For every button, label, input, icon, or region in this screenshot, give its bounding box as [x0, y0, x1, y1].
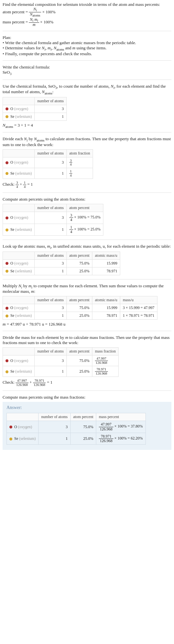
mass-fractions: Divide the mass for each element by m to… — [3, 335, 171, 387]
dot-icon — [6, 115, 8, 118]
table-row: Se (selenium) 1 25.0% 78.971126.968 × 10… — [7, 433, 146, 444]
table-row: Se (selenium) 1 25.0% 78.971 1 × 78.971 … — [3, 312, 157, 320]
table-row: Se (selenium) 1 25.0% 78.971126.968 — [3, 366, 119, 377]
answer-section: Compute mass percents using the mass fra… — [3, 395, 171, 450]
dot-icon — [6, 315, 8, 317]
table-row: O (oxygen) 3 75.0% 15.999 3 × 15.999 = 4… — [3, 304, 157, 312]
fractions-table: number of atomsatom fraction O (oxygen) … — [3, 149, 93, 179]
fractions-text: Divide each Ni by Natoms to calculate at… — [3, 136, 171, 147]
dot-icon — [6, 107, 8, 110]
intro-text: Find the elemental composition for selen… — [3, 2, 171, 7]
table-row: O (oxygen) 3 34 — [3, 157, 93, 168]
answer-heading: Compute mass percents using the mass fra… — [3, 395, 171, 400]
fractions-check: Check: 34 + 14 = 1 — [3, 181, 171, 189]
dot-icon — [6, 217, 8, 219]
dot-icon — [6, 161, 8, 164]
dot-icon — [6, 270, 8, 273]
count-text: Use the chemical formula, SeO3, to count… — [3, 84, 171, 95]
table-row: Se (selenium) 1 25.0% 78.971 — [3, 267, 120, 275]
table-row: Se (selenium) 1 14 — [3, 168, 93, 179]
plan: Plan: • Write the chemical formula and g… — [3, 35, 171, 56]
molecular-mass: m = 47.997 u + 78.971 u = 126.968 u — [3, 322, 171, 327]
table-row: Se (selenium) 1 — [3, 113, 67, 120]
mass-lookup-text: Look up the atomic mass, mi, in unified … — [3, 244, 171, 250]
atom-percent-formula: atom percent = Ni Natoms × 100% — [3, 7, 171, 18]
answer-label: Answer: — [6, 405, 168, 410]
formula-heading: Write the chemical formula: — [3, 65, 171, 70]
mass-multiply: Multiply Ni by mi to compute the mass fo… — [3, 283, 171, 327]
percents-heading: Compute atom percents using the atom fra… — [3, 197, 171, 202]
plan-bullet-2: • Determine values for Ni, mi, Natoms an… — [3, 45, 171, 51]
mass-multiply-table: number of atomsatom percentatomic mass/u… — [3, 296, 157, 320]
plan-bullet-3: • Finally, compute the percents and chec… — [3, 51, 171, 56]
dot-icon — [6, 262, 8, 265]
atom-percents: Compute atom percents using the atom fra… — [3, 197, 171, 236]
fraction: Ni mi m — [29, 18, 39, 27]
dot-icon — [9, 438, 12, 440]
dot-icon — [6, 359, 8, 362]
percents-table: number of atomsatom percent O (oxygen) 3… — [3, 204, 103, 236]
mass-percent-formula: mass percent = Ni mi m × 100% — [3, 18, 171, 27]
mass-fractions-table: number of atomsatom percentmass fraction… — [3, 347, 119, 377]
count-atoms: Use the chemical formula, SeO3, to count… — [3, 84, 171, 129]
table-row: Se (selenium) 1 14 × 100% = 25.0% — [3, 224, 103, 235]
mass-fractions-text: Divide the mass for each element by m to… — [3, 335, 171, 345]
count-sum: Natoms = 3 + 1 = 4 — [3, 123, 171, 129]
mass-multiply-text: Multiply Ni by mi to compute the mass fo… — [3, 283, 171, 294]
mass-lookup-table: number of atomsatom percentatomic mass/u… — [3, 252, 120, 275]
intro: Find the elemental composition for selen… — [3, 2, 171, 27]
dot-icon — [6, 307, 8, 310]
atom-fractions: Divide each Ni by Natoms to calculate at… — [3, 136, 171, 189]
formula-value: SeO3 — [3, 70, 171, 76]
table-row: O (oxygen) 3 75.0% 47.997126.968 — [3, 355, 119, 366]
plan-bullet-1: • Write the chemical formula and gather … — [3, 40, 171, 45]
answer-box: Answer: number of atomsatom percentmass … — [3, 402, 171, 450]
dot-icon — [6, 172, 8, 175]
answer-table: number of atomsatom percentmass percent … — [6, 413, 146, 445]
dot-icon — [6, 229, 8, 231]
mass-fractions-check: Check: 47.997126.968 + 78.971126.968 = 1 — [3, 379, 171, 387]
dot-icon — [6, 370, 8, 373]
mass-lookup: Look up the atomic mass, mi, in unified … — [3, 244, 171, 275]
plan-heading: Plan: — [3, 35, 171, 40]
table-row: O (oxygen) 3 34 × 100% = 75.0% — [3, 212, 103, 224]
table-row: O (oxygen) 3 75.0% 47.997126.968 × 100% … — [7, 421, 146, 433]
table-row: O (oxygen) 3 — [3, 105, 67, 113]
fraction: Ni Natoms — [29, 7, 41, 18]
table-row: O (oxygen) 3 75.0% 15.999 — [3, 259, 120, 267]
count-table: number of atoms O (oxygen) 3 Se (seleniu… — [3, 97, 67, 121]
dot-icon — [9, 426, 12, 428]
chemical-formula: Write the chemical formula: SeO3 — [3, 65, 171, 76]
